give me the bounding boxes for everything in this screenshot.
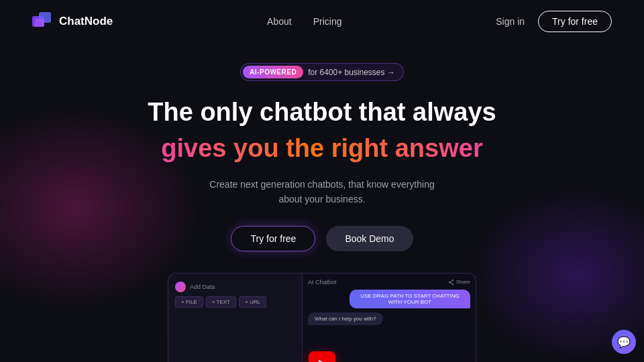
dashboard-preview: Add Data + FILE + TEXT + URL AI Chatbot: [168, 273, 476, 362]
headline-line2: gives you the right answer: [161, 132, 482, 165]
chat-header: AI Chatbot Share: [308, 279, 470, 286]
svg-point-4: [452, 284, 453, 285]
nav-link-about[interactable]: About: [267, 16, 292, 27]
nav-link-pricing[interactable]: Pricing: [313, 16, 342, 27]
share-icon: [449, 280, 454, 285]
panel-avatar: [175, 282, 186, 292]
badge-label: AI-POWERED: [243, 66, 303, 78]
add-text-button[interactable]: + TEXT: [206, 296, 236, 308]
dashboard-card: Add Data + FILE + TEXT + URL AI Chatbot: [168, 273, 476, 362]
add-file-button[interactable]: + FILE: [175, 296, 203, 308]
panel-title: Add Data: [190, 284, 215, 290]
hero-section: AI-POWERED for 6400+ businesses → The on…: [0, 43, 644, 362]
panel-header: Add Data: [168, 279, 302, 296]
right-panel: AI Chatbot Share USE DRAG PATH TO START …: [303, 274, 476, 362]
navbar: ChatNode About Pricing Sign in Try for f…: [0, 0, 644, 43]
logo-text: ChatNode: [59, 15, 113, 28]
signin-button[interactable]: Sign in: [496, 16, 525, 27]
chat-widget-icon: 💬: [617, 336, 631, 349]
nav-actions: Sign in Try for free: [496, 11, 612, 32]
chat-title: AI Chatbot: [308, 279, 337, 286]
dashboard-preview-wrapper: Add Data + FILE + TEXT + URL AI Chatbot: [168, 273, 476, 362]
chat-bubble-user: USE DRAG PATH TO START CHATTING WITH YOU…: [350, 290, 470, 308]
svg-point-5: [449, 282, 450, 283]
play-button[interactable]: [309, 351, 335, 362]
nav-links: About Pricing: [267, 16, 341, 27]
hero-badge[interactable]: AI-POWERED for 6400+ businesses →: [240, 63, 404, 81]
headline-line1: The only chatbot that always: [148, 97, 496, 128]
logo[interactable]: ChatNode: [32, 12, 113, 31]
try-free-hero-button[interactable]: Try for free: [231, 226, 315, 251]
subheadline: Create next generation chatbots, that kn…: [201, 177, 443, 207]
try-free-nav-button[interactable]: Try for free: [538, 11, 612, 32]
left-panel: Add Data + FILE + TEXT + URL: [168, 274, 303, 362]
svg-rect-2: [35, 19, 44, 27]
share-button[interactable]: Share: [449, 279, 470, 285]
play-button-wrapper: [309, 351, 335, 362]
logo-icon: [32, 12, 54, 31]
badge-text: for 6400+ businesses →: [305, 65, 403, 80]
add-url-button[interactable]: + URL: [239, 296, 266, 308]
chat-widget[interactable]: 💬: [612, 330, 636, 354]
panel-actions: + FILE + TEXT + URL: [168, 296, 302, 308]
book-demo-button[interactable]: Book Demo: [326, 226, 413, 251]
cta-buttons: Try for free Book Demo: [231, 226, 413, 251]
svg-point-3: [452, 280, 453, 281]
chat-bubble-bot: What can I help you with?: [308, 312, 383, 325]
